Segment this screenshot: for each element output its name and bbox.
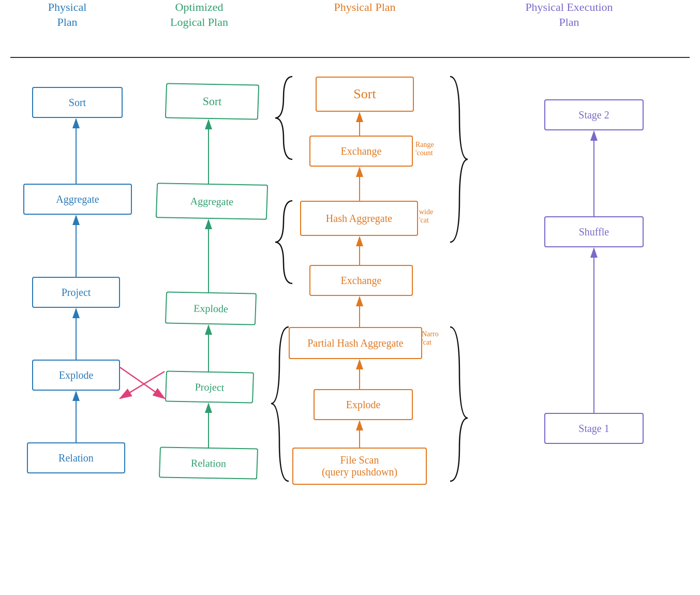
green-sort-node: Sort <box>165 83 259 120</box>
svg-line-14 <box>120 371 165 398</box>
orange-filescan-node: File Scan(query pushdown) <box>292 448 427 485</box>
green-explode-node: Explode <box>165 291 257 325</box>
header-physical-plan: Physical Plan <box>16 0 119 29</box>
blue-project-node: Project <box>32 277 120 308</box>
purple-shuffle-node: Shuffle <box>544 216 644 247</box>
header-physical-exec: Physical Execution Plan <box>502 0 636 29</box>
diagram-canvas: Physical Plan Optimized Logical Plan Phy… <box>0 0 700 595</box>
blue-sort-node: Sort <box>32 87 123 118</box>
purple-stage2-node: Stage 2 <box>544 99 644 130</box>
orange-explode-node: Explode <box>314 389 413 420</box>
green-relation-node: Relation <box>159 447 258 479</box>
purple-stage1-node: Stage 1 <box>544 413 644 444</box>
orange-parthashagg-node: Partial Hash Aggregate <box>289 327 422 359</box>
blue-aggregate-node: Aggregate <box>23 184 132 215</box>
header-physical-plan2: Physical Plan <box>310 0 419 15</box>
blue-explode-node: Explode <box>32 360 120 391</box>
blue-relation-node: Relation <box>27 442 125 473</box>
orange-exchange2-node: Exchange <box>309 265 413 296</box>
header-divider <box>10 57 690 58</box>
orange-hashagg-node: Hash Aggregate <box>300 201 418 236</box>
svg-line-13 <box>120 367 165 398</box>
header-optimized-logical: Optimized Logical Plan <box>145 0 254 29</box>
range-count-label: Range 'count <box>415 141 434 157</box>
orange-sort-node: Sort <box>316 77 414 112</box>
narro-cat-label: Narro 'cat <box>422 330 439 347</box>
wide-cat-label: wide 'cat <box>419 208 433 225</box>
green-aggregate-node: Aggregate <box>156 183 268 220</box>
green-project-node: Project <box>165 371 254 404</box>
orange-exchange1-node: Exchange <box>309 136 413 167</box>
